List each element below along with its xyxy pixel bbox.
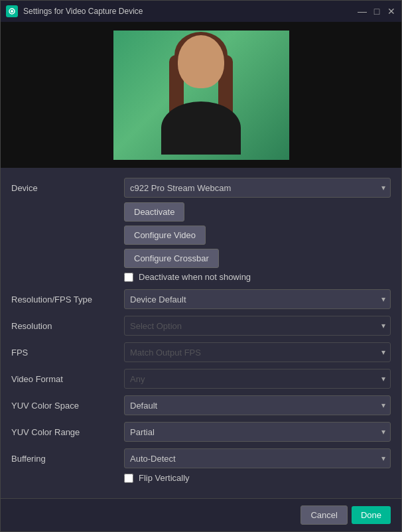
resolution-fps-type-wrapper: Device Default — [124, 289, 391, 309]
device-select-wrapper: c922 Pro Stream Webcam — [124, 178, 391, 198]
yuv-color-space-row: YUV Color Space Default — [11, 393, 391, 417]
deactivate-button[interactable]: Deactivate — [124, 202, 184, 222]
person-body — [161, 101, 241, 155]
preview-frame — [113, 31, 289, 160]
resolution-fps-type-row: Resolution/FPS Type Device Default — [11, 287, 391, 311]
fps-select[interactable]: Match Output FPS — [124, 342, 391, 362]
deactivate-checkbox-row: Deactivate when not showing — [11, 272, 391, 282]
configure-video-row: Configure Video — [11, 226, 391, 245]
yuv-color-range-label: YUV Color Range — [11, 427, 124, 437]
video-format-label: Video Format — [11, 374, 124, 384]
person-preview — [148, 35, 254, 155]
video-format-control: Any — [124, 369, 391, 389]
video-format-select[interactable]: Any — [124, 369, 391, 389]
configure-crossbar-button[interactable]: Configure Crossbar — [124, 249, 219, 268]
resolution-fps-type-label: Resolution/FPS Type — [11, 295, 124, 304]
fps-control: Match Output FPS — [124, 342, 391, 362]
footer: Cancel Done — [1, 498, 401, 531]
yuv-color-space-wrapper: Default — [124, 395, 391, 415]
configure-video-button[interactable]: Configure Video — [124, 226, 206, 245]
flip-vertical-row: Flip Vertically — [11, 473, 391, 483]
yuv-color-range-select[interactable]: Partial — [124, 422, 391, 442]
person-head — [178, 35, 224, 88]
device-label: Device — [11, 183, 124, 193]
yuv-color-space-control: Default — [124, 395, 391, 415]
minimize-button[interactable]: — — [358, 7, 367, 16]
video-format-wrapper: Any — [124, 369, 391, 389]
device-control: c922 Pro Stream Webcam — [124, 178, 391, 198]
resolution-select[interactable]: Select Option — [124, 316, 391, 336]
device-row: Device c922 Pro Stream Webcam — [11, 176, 391, 200]
fps-label: FPS — [11, 348, 124, 358]
configure-crossbar-row: Configure Crossbar — [11, 249, 391, 268]
buffering-label: Buffering — [11, 454, 124, 464]
resolution-row: Resolution Select Option — [11, 314, 391, 338]
window-controls: — □ ✕ — [358, 7, 396, 16]
titlebar: Settings for Video Capture Device — □ ✕ — [1, 1, 401, 22]
maximize-button[interactable]: □ — [372, 7, 381, 16]
action-buttons-row: Deactivate — [11, 202, 391, 222]
resolution-control: Select Option — [124, 316, 391, 336]
close-button[interactable]: ✕ — [387, 7, 396, 16]
settings-content: Device c922 Pro Stream Webcam Deactivate… — [1, 168, 401, 498]
resolution-fps-type-control: Device Default — [124, 289, 391, 309]
video-format-row: Video Format Any — [11, 367, 391, 391]
fps-wrapper: Match Output FPS — [124, 342, 391, 362]
yuv-color-space-select[interactable]: Default — [124, 395, 391, 415]
device-select[interactable]: c922 Pro Stream Webcam — [124, 178, 391, 198]
yuv-color-space-label: YUV Color Space — [11, 401, 124, 411]
main-window: Settings for Video Capture Device — □ ✕ … — [0, 0, 402, 532]
yuv-color-range-control: Partial — [124, 422, 391, 442]
cancel-button[interactable]: Cancel — [301, 505, 347, 525]
yuv-color-range-wrapper: Partial — [124, 422, 391, 442]
resolution-fps-type-select[interactable]: Device Default — [124, 289, 391, 309]
camera-preview — [1, 22, 401, 168]
flip-vertical-label: Flip Vertically — [139, 473, 190, 483]
deactivate-checkbox[interactable] — [124, 273, 133, 282]
svg-point-1 — [11, 10, 13, 13]
flip-vertical-checkbox[interactable] — [124, 474, 133, 483]
fps-row: FPS Match Output FPS — [11, 340, 391, 364]
done-button[interactable]: Done — [352, 506, 391, 524]
app-icon — [6, 5, 18, 17]
buffering-control: Auto-Detect — [124, 448, 391, 468]
resolution-label: Resolution — [11, 321, 124, 331]
deactivate-checkbox-label: Deactivate when not showing — [139, 272, 251, 282]
buffering-select[interactable]: Auto-Detect — [124, 448, 391, 468]
buffering-wrapper: Auto-Detect — [124, 448, 391, 468]
resolution-wrapper: Select Option — [124, 316, 391, 336]
window-title: Settings for Video Capture Device — [23, 7, 358, 16]
yuv-color-range-row: YUV Color Range Partial — [11, 420, 391, 444]
buffering-row: Buffering Auto-Detect — [11, 446, 391, 470]
